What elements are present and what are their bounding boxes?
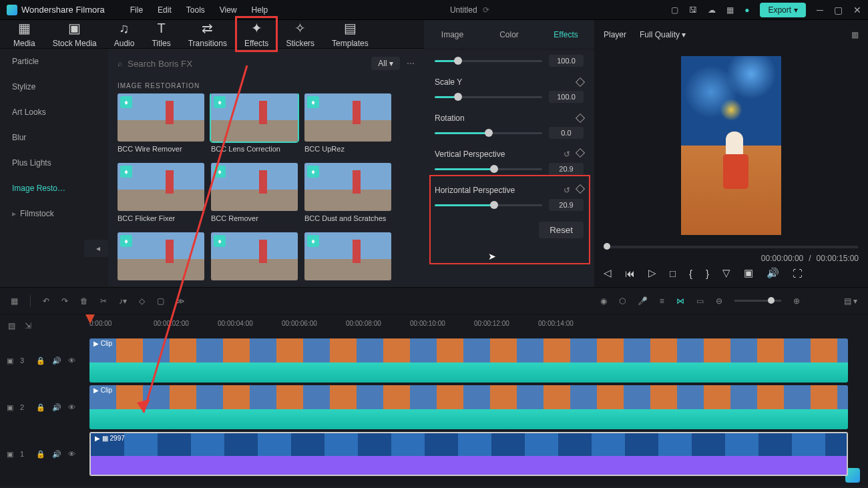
close-button[interactable]: ✕ (853, 5, 861, 15)
timeline-clip[interactable]: ▶ ▦ 2997 (89, 432, 848, 476)
delete-button[interactable]: 🗑 (80, 296, 88, 306)
menu-view[interactable]: View (220, 5, 237, 15)
lock-icon[interactable]: 🔒 (36, 403, 45, 412)
effect-card[interactable]: ♦BCC UpRez (304, 93, 391, 156)
screen-icon[interactable]: ▢ (671, 5, 678, 15)
mic-icon[interactable]: ● (744, 5, 749, 15)
cloud-icon[interactable]: ☁ (708, 5, 716, 15)
music-icon[interactable]: ♪▾ (119, 296, 127, 306)
tag-icon[interactable]: ◇ (139, 296, 145, 306)
tracks-area[interactable]: ▶ Clip▶ Clip▶ ▦ 2997 (89, 337, 868, 477)
more-icon[interactable]: ⋯ (407, 59, 415, 68)
keyframe-icon[interactable] (576, 148, 585, 158)
sidebar-item-blur[interactable]: Blur (0, 125, 108, 150)
sidebar-collapse-button[interactable]: ◂ (84, 240, 108, 257)
redo-button[interactable]: ↷ (61, 296, 68, 306)
tool-templates[interactable]: ▤Templates (332, 20, 369, 48)
menu-file[interactable]: File (130, 5, 143, 15)
sidebar-item-particle[interactable]: Particle (0, 49, 108, 74)
progress-bar[interactable] (604, 246, 859, 248)
maximize-button[interactable]: ▢ (834, 5, 843, 15)
stop-button[interactable]: □ (670, 268, 676, 279)
mute-icon[interactable]: 🔊 (52, 403, 61, 412)
minimize-button[interactable]: ─ (817, 5, 823, 15)
effect-card[interactable]: ♦ (211, 232, 298, 287)
more-icon[interactable]: ≫ (176, 296, 185, 306)
timeline-clip[interactable]: ▶ Clip (89, 385, 848, 429)
play-button[interactable]: ▷ (648, 267, 656, 279)
cut-button[interactable]: ✂ (100, 296, 107, 306)
sidebar-item-stylize[interactable]: Stylize (0, 74, 108, 99)
sync-icon[interactable]: ⟳ (483, 5, 489, 15)
prop-value[interactable]: 20.9 (549, 163, 584, 175)
timeline-track[interactable]: ▶ Clip (89, 337, 868, 384)
volume-icon[interactable]: 🔊 (767, 267, 779, 279)
sidebar-item-artlooks[interactable]: Art Looks (0, 99, 108, 125)
tool-transitions[interactable]: ⇄Transitions (188, 20, 227, 48)
snapshot-icon[interactable]: ▦ (851, 30, 859, 39)
keyframe-icon[interactable] (576, 113, 585, 123)
tab-image[interactable]: Image (424, 23, 481, 46)
menu-tools[interactable]: Tools (186, 5, 205, 15)
track-type-icon[interactable]: ▣ (7, 356, 13, 365)
sidebar-filmstock[interactable]: ▸ Filmstock (0, 201, 108, 226)
grid-icon[interactable]: ▦ (11, 296, 18, 306)
reset-icon[interactable]: ↺ (564, 150, 570, 159)
zoom-out-button[interactable]: ⊖ (716, 296, 722, 306)
timeline-ruler[interactable]: 0:00:0000:00:02:0000:00:04:0000:00:06:00… (89, 314, 868, 337)
effect-card[interactable]: ♦BCC Wire Remover (118, 93, 204, 156)
list-icon[interactable]: ≡ (660, 296, 664, 306)
lock-icon[interactable]: 🔒 (36, 356, 45, 365)
export-button[interactable]: Export ▾ (760, 3, 806, 17)
prop-slider[interactable] (435, 96, 542, 98)
prev-frame-button[interactable]: ◁ (604, 267, 612, 279)
track-type-icon[interactable]: ▣ (7, 403, 13, 412)
track-type-icon[interactable]: ▣ (7, 450, 13, 459)
mic-icon[interactable]: 🎤 (638, 296, 648, 306)
prop-value[interactable]: 100.0 (549, 55, 584, 67)
tab-color[interactable]: Color (481, 23, 537, 46)
menu-help[interactable]: Help (252, 5, 268, 15)
mark-in-button[interactable]: { (689, 268, 692, 279)
visibility-icon[interactable]: 👁 (68, 356, 75, 364)
keyframe-icon[interactable] (576, 77, 585, 87)
prop-slider[interactable] (435, 60, 542, 62)
target-icon[interactable]: ◉ (600, 296, 607, 306)
zoom-in-button[interactable]: ⊕ (793, 296, 800, 306)
effect-card[interactable]: ♦ (304, 232, 391, 287)
search-box[interactable]: ⌕ (118, 59, 365, 69)
prop-slider[interactable] (435, 132, 542, 134)
timeline-track[interactable]: ▶ Clip (89, 384, 868, 431)
tool-stock-media[interactable]: ▣Stock Media (53, 20, 97, 48)
tool-stickers[interactable]: ✧Stickers (286, 20, 314, 48)
unlink-icon[interactable]: ⇲ (25, 321, 31, 330)
quality-dropdown[interactable]: Full Quality ▾ (640, 30, 686, 39)
zoom-slider[interactable] (734, 300, 781, 302)
layout-icon[interactable]: ▤ ▾ (844, 296, 857, 306)
filter-dropdown[interactable]: All ▾ (371, 57, 400, 70)
timeline-clip[interactable]: ▶ Clip (89, 338, 848, 383)
visibility-icon[interactable]: 👁 (68, 403, 75, 411)
mute-icon[interactable]: 🔊 (52, 356, 61, 365)
shield-icon[interactable]: ⬡ (619, 296, 626, 306)
tool-media[interactable]: ▦Media (13, 20, 35, 48)
apps-icon[interactable]: ▦ (726, 5, 734, 15)
save-icon[interactable]: 🖫 (689, 5, 697, 15)
tool-audio[interactable]: ♫Audio (114, 21, 135, 48)
crop-icon[interactable]: ▢ (157, 296, 164, 306)
tab-effects[interactable]: Effects (537, 23, 594, 46)
fullscreen-icon[interactable]: ⛶ (793, 268, 803, 279)
effect-card[interactable]: ♦BCC Lens Correction (211, 93, 298, 156)
sidebar-item-pluslights[interactable]: Plus Lights (0, 150, 108, 176)
mute-icon[interactable]: 🔊 (52, 450, 61, 459)
effect-card[interactable]: ♦BCC Remover (211, 163, 298, 226)
prop-value[interactable]: 0.0 (549, 127, 584, 139)
effect-card[interactable]: ♦BCC Dust and Scratches (304, 163, 391, 226)
caption-icon[interactable]: ▭ (696, 296, 704, 306)
tool-titles[interactable]: TTitles (152, 21, 170, 48)
effect-card[interactable]: ♦BCC Flicker Fixer (118, 163, 204, 226)
tracks-icon[interactable]: ▤ (8, 321, 15, 330)
tool-effects[interactable]: ✦Effects (244, 20, 268, 48)
prop-value[interactable]: 100.0 (549, 91, 584, 103)
playhead[interactable] (89, 314, 91, 486)
